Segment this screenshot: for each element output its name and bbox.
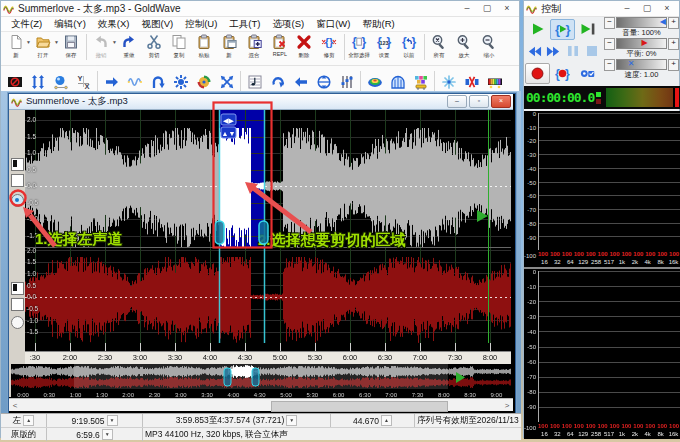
record-settings-button[interactable]: [575, 63, 600, 84]
toolbar-select_all-button[interactable]: {}全部选择: [347, 33, 372, 60]
right-channel-select-radio[interactable]: [11, 316, 24, 329]
doc-restore-button[interactable]: ▫: [469, 95, 489, 108]
spin-down-icon[interactable]: ▼: [286, 415, 297, 426]
slider-thumb-icon[interactable]: ✕: [628, 59, 635, 68]
toolbar-replace-button[interactable]: REPL: [267, 33, 292, 57]
close-button[interactable]: ×: [657, 2, 677, 15]
toolbar-mix-button[interactable]: 混合: [242, 33, 267, 60]
effect-expression-button[interactable]: YX: [72, 72, 95, 91]
slider-decrease-button[interactable]: −: [604, 59, 615, 71]
effect-reverse-u-button[interactable]: [146, 72, 169, 91]
effect-mute-button[interactable]: [3, 72, 26, 91]
pause-button[interactable]: [563, 41, 582, 62]
menu-item[interactable]: 文件(Z): [5, 18, 48, 31]
effect-doppler-button[interactable]: [49, 72, 72, 91]
effect-sliders-button[interactable]: [335, 72, 358, 91]
toolbar-redo-button[interactable]: 重做: [117, 33, 142, 60]
menu-item[interactable]: 视图(V): [135, 18, 179, 31]
toolbar-undo-button[interactable]: 撤销: [89, 33, 114, 60]
menu-item[interactable]: 帮助(R): [356, 18, 400, 31]
status-channel[interactable]: 左▲: [1, 414, 47, 427]
effect-loop-button[interactable]: [266, 72, 289, 91]
rewind-button[interactable]: [525, 41, 544, 62]
menu-item[interactable]: 工具(T): [223, 18, 266, 31]
slider-decrease-button[interactable]: −: [604, 38, 615, 50]
toolbar-copy-button[interactable]: 复制: [167, 33, 192, 60]
doc-minimize-button[interactable]: –: [447, 95, 467, 108]
play-to-end-button[interactable]: [575, 19, 600, 40]
waveform-right-channel[interactable]: [25, 248, 511, 343]
menu-item[interactable]: 编辑(Y): [48, 18, 92, 31]
spin-down-icon[interactable]: ▼: [107, 415, 118, 426]
effect-interpolate-button[interactable]: [437, 72, 460, 91]
scroll-right-icon[interactable]: >: [501, 401, 513, 410]
record-selection-button[interactable]: {}: [550, 63, 575, 84]
status-position[interactable]: 44.670▲: [331, 414, 415, 427]
effect-mixer-button[interactable]: [409, 72, 432, 91]
effect-exchange-button[interactable]: [215, 72, 238, 91]
waveform-left-channel[interactable]: [25, 110, 511, 247]
toolbar-cut-button[interactable]: 剪切: [142, 33, 167, 60]
toolbar-delete-button[interactable]: 删除: [292, 33, 317, 60]
timeline-ruler[interactable]: :302:002:303:003:304:004:305:005:306:006…: [25, 343, 511, 364]
toolbar-paste_new-button[interactable]: 新: [217, 33, 242, 60]
doc-close-button[interactable]: ×: [491, 95, 511, 108]
effect-mechanize-button[interactable]: [169, 72, 192, 91]
toolbar-zoom_out-button[interactable]: 缩小: [477, 33, 502, 60]
slider-track[interactable]: ◀: [616, 17, 667, 28]
status-total-length[interactable]: 9:19.505▼: [47, 414, 143, 427]
spin-down-icon[interactable]: ▼: [102, 429, 113, 440]
left-channel-mute-button[interactable]: [11, 174, 24, 187]
toolbar-new-button[interactable]: 新: [3, 33, 28, 60]
overview-waveform[interactable]: [11, 364, 511, 389]
status-time[interactable]: 6:59.6▼: [47, 428, 143, 441]
toolbar-sel_set-button[interactable]: {}123设置: [372, 33, 397, 60]
maximize-button[interactable]: ▢: [477, 2, 497, 15]
overview-bar[interactable]: 0:000:301:001:302:002:303:003:304:004:30…: [11, 364, 511, 398]
left-channel-select-radio[interactable]: [11, 194, 24, 207]
effect-reverb-button[interactable]: [386, 72, 409, 91]
document-title-bar[interactable]: Summerlove - 太多.mp3 – ▫ ×: [9, 94, 513, 110]
toolbar-paste-button[interactable]: 粘贴: [192, 33, 217, 60]
menu-item[interactable]: 选项(S): [267, 18, 311, 31]
toolbar-open-button[interactable]: 打开: [31, 33, 56, 60]
stop-button[interactable]: [582, 41, 601, 62]
slider-increase-button[interactable]: +: [668, 59, 679, 71]
slider-decrease-button[interactable]: −: [604, 17, 615, 29]
play-selection-button[interactable]: {}: [550, 19, 575, 40]
slider-track[interactable]: ▶: [616, 38, 667, 49]
effect-reverse-button[interactable]: [289, 72, 312, 91]
menu-item[interactable]: 窗口(W): [310, 18, 356, 31]
slider-increase-button[interactable]: +: [668, 17, 679, 29]
toolbar-zoom_all-button[interactable]: 所有: [427, 33, 452, 60]
effect-spectrum-bar-button[interactable]: [483, 72, 506, 91]
minimize-button[interactable]: –: [457, 2, 477, 15]
fast-forward-button[interactable]: [544, 41, 563, 62]
scroll-left-icon[interactable]: <: [9, 401, 21, 410]
effect-flanger-button[interactable]: [123, 72, 146, 91]
left-channel-pan-button[interactable]: [11, 158, 24, 171]
right-channel-pan-button[interactable]: [11, 282, 24, 295]
horizontal-scrollbar[interactable]: < >: [9, 398, 513, 411]
slider-increase-button[interactable]: +: [668, 38, 679, 50]
slider-thumb-icon[interactable]: ◀: [660, 17, 666, 26]
toolbar-zoom_in-button[interactable]: 放大: [452, 33, 477, 60]
effect-notation-button[interactable]: [243, 72, 266, 91]
slider-thumb-icon[interactable]: ▶: [642, 38, 648, 47]
maximize-button[interactable]: ▢: [637, 2, 657, 15]
status-selection[interactable]: 3:59.853至4:37.574 (37.721)▼: [143, 414, 331, 427]
effect-channel-updown-button[interactable]: [26, 72, 49, 91]
close-button[interactable]: ×: [497, 2, 517, 15]
play-button[interactable]: [525, 19, 550, 40]
slider-track[interactable]: ✕: [616, 59, 667, 70]
menu-item[interactable]: 效果(X): [92, 18, 136, 31]
toolbar-sel_prev-button[interactable]: {}以前: [397, 33, 422, 60]
menu-item[interactable]: 控制(U): [179, 18, 223, 31]
record-button[interactable]: [525, 63, 550, 84]
toolbar-trim-button[interactable]: {}修剪: [317, 33, 342, 60]
effect-offset-button[interactable]: [100, 72, 123, 91]
spin-up-icon[interactable]: ▲: [381, 415, 392, 426]
scrollbar-thumb[interactable]: [271, 401, 448, 412]
scrollbar-track[interactable]: [21, 400, 501, 411]
spin-up-icon[interactable]: ▲: [23, 415, 34, 426]
